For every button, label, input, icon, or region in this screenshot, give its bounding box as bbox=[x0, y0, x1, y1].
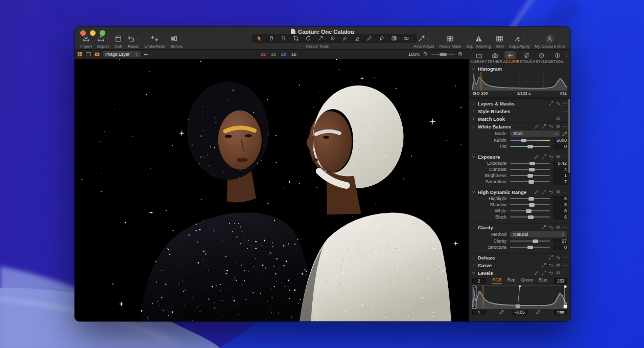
tab-adjust[interactable]: ADJUST bbox=[502, 51, 518, 65]
menu-icon[interactable] bbox=[556, 116, 561, 121]
slider-thumb[interactable] bbox=[530, 162, 535, 165]
chevr-icon[interactable] bbox=[471, 263, 476, 268]
histogram-header[interactable]: Histogram ··· bbox=[469, 65, 570, 72]
proof-view-button[interactable] bbox=[94, 51, 100, 57]
pen-icon[interactable] bbox=[534, 154, 539, 159]
slider-thumb[interactable] bbox=[526, 209, 532, 213]
clarity-slider[interactable] bbox=[510, 238, 550, 244]
zoom-level[interactable]: 100% bbox=[408, 52, 420, 57]
slider-thumb[interactable] bbox=[528, 215, 534, 219]
zoom-slider[interactable] bbox=[431, 54, 455, 55]
mode-dropdown[interactable]: Shot bbox=[510, 130, 560, 137]
viewer-view-button[interactable] bbox=[85, 51, 91, 57]
chevr-icon[interactable] bbox=[471, 271, 476, 275]
slider-thumb[interactable] bbox=[527, 174, 533, 178]
more-icon[interactable]: ··· bbox=[563, 271, 568, 275]
levels-highlight-output[interactable]: 255 bbox=[554, 310, 567, 315]
more-icon[interactable]: ··· bbox=[563, 225, 568, 229]
slider-thumb[interactable] bbox=[529, 168, 535, 171]
tab-retouch[interactable]: RETOUCH bbox=[518, 51, 534, 65]
spot-tool[interactable] bbox=[329, 35, 340, 42]
tab-tether[interactable]: TETHER bbox=[487, 51, 502, 65]
param-value[interactable]: 8 bbox=[553, 202, 568, 208]
panel-header[interactable]: High Dynamic Range··· bbox=[469, 188, 570, 195]
add-layer-button[interactable] bbox=[143, 52, 152, 57]
pen-icon[interactable] bbox=[534, 189, 539, 194]
straighten-tool[interactable] bbox=[316, 35, 328, 42]
channel-green[interactable]: Green bbox=[521, 277, 533, 284]
more-icon[interactable]: ··· bbox=[563, 67, 568, 71]
panel-header[interactable]: Layers & Masks··· bbox=[469, 100, 570, 107]
tab-style[interactable]: STYLE bbox=[534, 51, 549, 65]
auto-adjust-button[interactable]: Auto Adjust bbox=[413, 34, 434, 49]
saturation-slider[interactable] bbox=[510, 179, 550, 185]
tab-metada[interactable]: METADA... bbox=[549, 51, 565, 65]
undo-icon[interactable] bbox=[548, 263, 554, 268]
highlight-picker[interactable] bbox=[536, 310, 541, 315]
zoom-out-button[interactable] bbox=[423, 51, 429, 57]
slider-thumb[interactable] bbox=[529, 203, 535, 207]
shadow-picker[interactable] bbox=[499, 310, 504, 315]
erase-tool[interactable] bbox=[353, 35, 365, 42]
cursor-tool[interactable] bbox=[255, 35, 267, 42]
param-value[interactable]: 1 bbox=[553, 173, 568, 179]
chevr-icon[interactable] bbox=[471, 124, 476, 129]
more-icon[interactable]: ··· bbox=[563, 109, 568, 113]
levels-midtone-handle[interactable] bbox=[515, 304, 520, 309]
contrast-slider[interactable] bbox=[510, 166, 550, 172]
slider-thumb[interactable] bbox=[527, 246, 533, 249]
white-balance-picker[interactable] bbox=[562, 131, 567, 137]
more-icon[interactable]: ··· bbox=[563, 190, 568, 194]
undo-icon[interactable] bbox=[556, 101, 561, 106]
chevr-icon[interactable] bbox=[471, 117, 476, 121]
heal-tool[interactable] bbox=[341, 35, 353, 42]
param-value[interactable]: 5 bbox=[553, 196, 568, 202]
cull-button[interactable]: Cull bbox=[114, 34, 122, 49]
slider-thumb[interactable] bbox=[521, 139, 526, 142]
reset-button[interactable]: Reset bbox=[127, 34, 140, 49]
more-icon[interactable]: ··· bbox=[563, 117, 568, 121]
slider-thumb[interactable] bbox=[533, 240, 538, 243]
tab-overflow-button[interactable]: ⋮ bbox=[564, 53, 569, 56]
brightness-slider[interactable] bbox=[510, 172, 550, 179]
levels-midtone-value[interactable]: -0.05 bbox=[511, 310, 528, 315]
import-button[interactable]: Import bbox=[80, 34, 92, 49]
hand-tool[interactable] bbox=[267, 35, 279, 42]
undo-redo-button[interactable]: Undo/Redo bbox=[145, 34, 165, 49]
channel-blue[interactable]: Blue bbox=[539, 277, 547, 284]
menu-icon[interactable] bbox=[556, 124, 561, 129]
tint-slider[interactable] bbox=[510, 143, 550, 149]
pen-icon[interactable] bbox=[534, 270, 539, 275]
undo-icon[interactable] bbox=[548, 189, 554, 194]
image-viewer[interactable] bbox=[75, 59, 469, 321]
panel-header[interactable]: Exposure··· bbox=[469, 153, 570, 160]
param-value[interactable]: 27 bbox=[553, 238, 568, 244]
menu-icon[interactable] bbox=[556, 225, 561, 230]
structure-slider[interactable] bbox=[510, 244, 550, 250]
levels-shadow-output[interactable]: 1 bbox=[472, 310, 486, 315]
undo-icon[interactable] bbox=[556, 255, 561, 260]
undo-icon[interactable] bbox=[548, 225, 554, 230]
channel-red[interactable]: Red bbox=[508, 277, 516, 284]
panel-scrollbar[interactable] bbox=[568, 99, 570, 173]
my-capture-one-button[interactable]: My Capture One bbox=[535, 34, 565, 49]
chevr-icon[interactable] bbox=[471, 67, 476, 71]
levels-shadow-input[interactable]: 2 bbox=[472, 278, 486, 284]
white-slider[interactable] bbox=[510, 208, 550, 214]
param-value[interactable]: -8 bbox=[553, 208, 568, 214]
grid-button[interactable]: Grid bbox=[496, 34, 503, 49]
more-icon[interactable]: ··· bbox=[563, 255, 568, 259]
slider-thumb[interactable] bbox=[528, 180, 534, 184]
copy-icon[interactable] bbox=[548, 255, 554, 260]
slider-thumb[interactable] bbox=[528, 197, 534, 201]
focus-mask-button[interactable]: Focus Mask bbox=[439, 34, 461, 49]
more-icon[interactable]: ··· bbox=[563, 155, 568, 159]
undo-icon[interactable] bbox=[548, 124, 554, 129]
channel-rgb[interactable]: RGB bbox=[492, 277, 501, 284]
method-dropdown[interactable]: Natural bbox=[510, 231, 566, 237]
loupe-tool[interactable] bbox=[280, 35, 291, 42]
more-icon[interactable]: ··· bbox=[563, 101, 568, 105]
brush-tool[interactable] bbox=[378, 35, 389, 42]
exp-warning-button[interactable]: Exp. Warning bbox=[467, 34, 491, 49]
copy-icon[interactable] bbox=[541, 189, 546, 194]
